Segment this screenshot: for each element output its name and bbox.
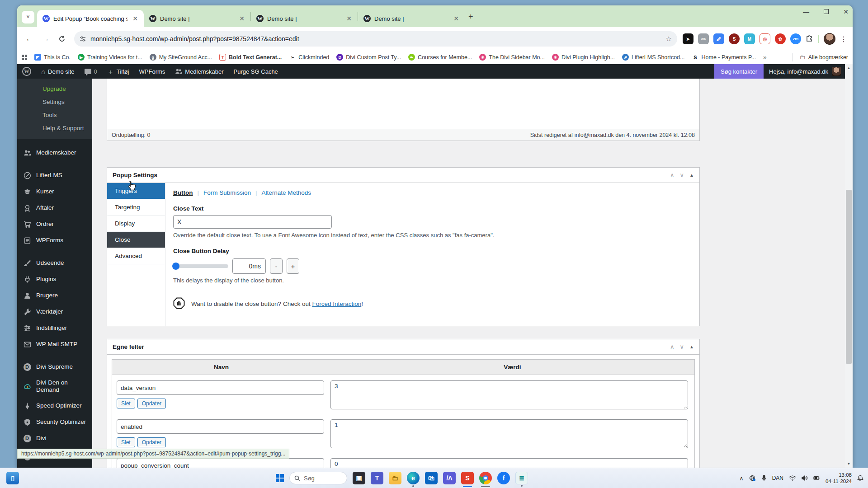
admin-bar-site[interactable]: ⌂Demo site [36,64,80,79]
profile-avatar[interactable] [824,33,835,45]
sidebar-item-divi-den-on-demand[interactable]: Divi Den on Demand [17,375,92,398]
sidebar-item-medlemskaber[interactable]: Medlemskaber [17,145,92,161]
code-extension-icon[interactable]: </> [698,33,709,44]
sidebar-item-brugere[interactable]: Brugere [17,287,92,304]
browser-tab-3[interactable]: W Demo site | ✕ [251,10,358,27]
bookmark-item[interactable]: DDivi Custom Post Ty... [336,54,401,61]
bookmark-item[interactable]: ✳Divi Plugin Highligh... [552,54,615,61]
bookmark-item[interactable]: ❧Courses for Membe... [408,54,472,61]
taskbar-clock[interactable]: 13:08 04-11-2024 [826,472,852,485]
seo-extension-icon[interactable]: S [729,33,740,44]
siteground-icon[interactable]: S [461,472,474,484]
tab-close-icon[interactable]: ✕ [238,14,246,23]
admin-bar-purge-cache[interactable]: Purge SG Cache [229,64,283,79]
microsoft-store-icon[interactable]: 🛍 [425,472,438,484]
tab-close-icon[interactable]: ✕ [452,14,460,23]
field-name-input[interactable] [117,380,324,395]
desktop-app-icon[interactable]: ▣ [353,472,365,484]
sidebar-item-plugins[interactable]: Plugins [17,271,92,287]
sidebar-item-divi-supreme[interactable]: D Divi Supreme [17,359,92,375]
move-down-icon[interactable]: ∨ [680,172,684,178]
bookmark-item[interactable]: ◤This is Co. [34,54,71,61]
close-text-input[interactable] [173,215,332,229]
sidebar-item-divi[interactable]: D Divi [17,430,92,446]
tray-chevron-icon[interactable]: ∧ [739,475,744,482]
delay-decrement-button[interactable]: - [270,258,283,274]
search-contacts-button[interactable]: Søg kontakter [714,64,764,79]
new-tab-button[interactable]: + [468,12,473,22]
scrollbar-thumb[interactable] [846,190,852,364]
swirl-extension-icon[interactable]: ✿ [775,33,786,44]
bookmark-item[interactable]: ✳The Divi Sidebar Mo... [479,54,545,61]
camera-extension-icon[interactable]: ◎ [760,33,770,44]
all-bookmarks-button[interactable]: 🗀Alle bogmærker [800,54,848,61]
field-value-textarea[interactable]: 1 [330,419,688,448]
sidebar-item-wpforms[interactable]: WPForms [17,232,92,249]
microphone-icon[interactable] [761,475,767,481]
bookmark-item[interactable]: ➣Clickminded [289,54,329,61]
sidebar-item-speed-optimizer[interactable]: Speed Optimizer [17,398,92,414]
tab-display[interactable]: Display [107,216,165,232]
bookmark-item[interactable]: ⬈LifterLMS Shortcod... [622,54,684,61]
address-bar[interactable]: monniehp5.sg-host.com/wp-admin/post.php?… [74,31,677,47]
admin-bar-new[interactable]: ＋Tilføj [102,64,134,79]
bookmark-item[interactable]: ▶Training Videos for t... [78,54,142,61]
bookmark-item[interactable]: TBold Text Generat... [219,54,282,61]
sidebar-item-aftaler[interactable]: Aftaler [17,200,92,216]
page-scrollbar[interactable]: ▲ ▼ [845,64,853,468]
taskbar-search[interactable]: Søg [289,472,347,484]
edge-icon[interactable]: e [407,472,420,484]
sidebar-item-ordrer[interactable]: Ordrer [17,216,92,232]
bookmark-star-icon[interactable]: ☆ [666,35,672,43]
scroll-down-icon[interactable]: ▼ [845,460,853,468]
reload-icon[interactable] [55,32,69,46]
window-close-button[interactable]: ✕ [842,8,850,15]
teams-icon[interactable]: T [371,472,383,484]
tab-search-button[interactable]: ˅ [22,11,34,23]
tab-advanced[interactable]: Advanced [107,248,165,264]
sidebar-item-udseende[interactable]: Udseende [17,255,92,271]
field-value-textarea[interactable]: 3 [330,380,688,409]
sidebar-item-kurser[interactable]: Kurser [17,183,92,200]
bookmarks-overflow-icon[interactable]: » [763,54,766,61]
delay-value-input[interactable] [232,258,266,274]
wifi-icon[interactable] [789,475,796,481]
field-name-input[interactable] [117,458,324,468]
admin-bar-comments[interactable]: 0 [80,64,102,79]
sidebar-item-security-optimizer[interactable]: Security Optimizer [17,414,92,430]
admin-bar-account[interactable]: Hejsa, info@maxad.dk [764,67,853,76]
delay-slider[interactable] [173,264,228,268]
submenu-item-settings[interactable]: Settings [17,95,92,108]
tab-targeting[interactable]: Targeting [107,199,165,216]
delay-increment-button[interactable]: + [287,258,299,274]
browser-tab-active[interactable]: W Edit Popup “Book coaching sam ✕ [37,10,144,27]
tab-close[interactable]: Close [107,232,165,248]
url-text[interactable]: monniehp5.sg-host.com/wp-admin/post.php?… [90,35,661,42]
back-icon[interactable]: ← [23,32,36,46]
forced-interaction-link[interactable]: Forced Interaction [312,300,361,307]
apps-grid-icon[interactable] [22,55,27,60]
move-up-icon[interactable]: ∧ [670,343,675,350]
field-name-input[interactable] [117,419,324,434]
zoom-extension-icon[interactable]: zm [790,33,801,44]
tab-close-icon[interactable]: ✕ [131,14,139,23]
submenu-item-tools[interactable]: Tools [17,108,92,122]
window-minimize-button[interactable]: — [802,8,810,15]
colorpicker-extension-icon[interactable]: 🖉 [713,33,724,44]
volume-icon[interactable] [802,475,808,481]
battery-icon[interactable] [813,475,820,481]
subtab-form-submission[interactable]: Form Submission [203,189,251,196]
bookmark-item[interactable]: SHome - Payments P... [692,54,756,61]
move-down-icon[interactable]: ∨ [680,343,684,350]
facebook-icon[interactable]: f [497,472,510,484]
sidebar-item-vaerktojer[interactable]: Værktøjer [17,304,92,320]
browser-menu-icon[interactable]: ⋮ [840,35,847,43]
notifications-bell-icon[interactable]: z [857,475,863,482]
admin-bar-wpforms[interactable]: WPForms [134,64,170,79]
delete-field-button[interactable]: Slet [117,399,135,408]
language-indicator[interactable]: DAN [772,475,783,481]
subtab-button[interactable]: Button [173,189,193,196]
window-maximize-button[interactable] [822,8,830,15]
windows-start-icon[interactable] [276,474,284,482]
subtab-alternate-methods[interactable]: Alternate Methods [262,189,311,196]
